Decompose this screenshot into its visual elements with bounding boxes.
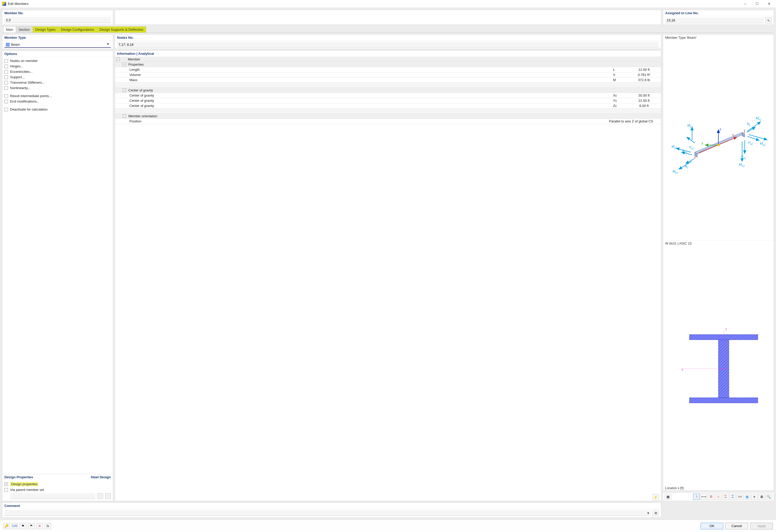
print-button[interactable]: 🖶 <box>758 494 765 500</box>
svg-text:My,j: My,j <box>760 142 765 146</box>
copy-icon: ⧉ <box>654 511 657 515</box>
nodes-no-label: Nodes No. <box>115 35 661 41</box>
app-icon <box>2 2 6 6</box>
help-button[interactable]: 🔑 <box>3 523 10 529</box>
parent-set-new-button[interactable] <box>98 493 103 499</box>
tree-toggle-properties[interactable]: − <box>123 63 126 66</box>
design-properties-label: Design Properties <box>4 475 33 479</box>
tab-design-types[interactable]: Design Types <box>32 26 59 32</box>
beam-preview-panel: Member Type 'Beam' <box>663 34 774 491</box>
units-button[interactable]: 0,00 <box>11 523 18 529</box>
ruler-icon: ⟷ <box>701 495 706 499</box>
checkbox-support[interactable] <box>4 75 8 79</box>
prop-mass-label: Mass <box>130 78 613 82</box>
ucs-button[interactable]: ⚑ <box>20 523 26 529</box>
checkbox-via-parent[interactable] <box>4 488 8 492</box>
comment-copy-button[interactable]: ⧉ <box>652 510 659 516</box>
render-button[interactable]: ☂ <box>28 523 35 529</box>
svg-line-14 <box>687 137 695 143</box>
svg-line-26 <box>747 127 755 132</box>
parent-set-input[interactable] <box>10 493 95 499</box>
design-properties-header: Design Properties Steel Design <box>2 474 113 480</box>
printer-icon: 🖶 <box>760 495 763 499</box>
tab-section[interactable]: Section <box>16 26 32 32</box>
cancel-button[interactable]: Cancel <box>725 523 748 529</box>
label-via-parent: Via parent member set <box>10 488 44 492</box>
render-mode-button[interactable]: ▦ <box>665 494 671 500</box>
chevron-down-icon[interactable]: ▾ <box>647 511 649 515</box>
cog-y-sym: Yc <box>613 99 628 102</box>
maximize-button[interactable]: ☐ <box>751 0 763 8</box>
close-button[interactable]: ✕ <box>763 0 775 8</box>
comment-label: Comment <box>2 503 661 509</box>
tree-cog-label: Center of gravity <box>128 88 613 92</box>
function-button[interactable]: fx <box>44 523 51 529</box>
search-cancel-button[interactable]: 🔍 <box>765 494 772 500</box>
decimal-icon: 0,00 <box>12 525 17 527</box>
values-button[interactable]: 123 <box>737 494 743 500</box>
apply-button[interactable]: Apply <box>750 523 773 529</box>
checkbox-nonlinearity[interactable] <box>4 86 8 90</box>
checkbox-eccentricities[interactable] <box>4 70 8 74</box>
checkbox-nodes-on-member[interactable] <box>4 59 8 63</box>
label-hinges: Hinges... <box>10 64 23 68</box>
section-blue-button[interactable]: 工 <box>729 494 736 500</box>
tree-toggle-cog[interactable]: − <box>123 88 126 92</box>
svg-text:Vz,i: Vz,i <box>689 145 694 150</box>
member-type-swatch <box>6 43 10 46</box>
nodes-no-panel: Nodes No. <box>115 34 661 49</box>
list-button[interactable]: ≡ <box>751 494 758 500</box>
tree-toggle-member[interactable]: − <box>117 58 120 61</box>
checkbox-transverse-stiffeners[interactable] <box>4 81 8 84</box>
member-no-input[interactable] <box>4 17 111 23</box>
list-icon: ≡ <box>753 495 755 499</box>
svg-text:My,i: My,i <box>671 145 677 149</box>
pick-lines-button[interactable]: ↖ <box>765 17 772 23</box>
section-red-button[interactable]: 工 <box>722 494 729 500</box>
numbers-icon: 123 <box>738 495 742 498</box>
checkbox-end-modifications[interactable] <box>4 100 8 103</box>
cog-x-sym: Xc <box>613 93 628 97</box>
dimension-button[interactable]: ⟷ <box>700 494 707 500</box>
svg-text:j: j <box>744 128 745 133</box>
info-table-button[interactable]: ⚡ <box>652 494 659 500</box>
label-transverse-stiffeners: Transverse Stiffeners... <box>10 80 45 84</box>
ok-button[interactable]: OK <box>701 523 723 529</box>
svg-text:Mz,j: Mz,j <box>739 163 745 167</box>
table-bolt-icon: ⚡ <box>653 495 658 499</box>
tree-member-label: Member <box>128 57 613 61</box>
assigned-input[interactable] <box>665 18 764 23</box>
position-label: Position <box>130 119 603 123</box>
svg-text:y: y <box>702 141 704 145</box>
label-nonlinearity: Nonlinearity... <box>10 86 30 90</box>
tab-design-supports-deflection[interactable]: Design Supports & Deflection <box>96 26 146 32</box>
svg-text:Mx,j: Mx,j <box>756 116 762 121</box>
comment-input[interactable] <box>4 510 651 516</box>
frame-button[interactable]: ⧉ <box>708 494 714 500</box>
window-title: Edit Members <box>8 2 28 6</box>
dialog-footer: 🔑 0,00 ⚑ ☂ ✕ fx OK Cancel Apply <box>0 520 776 532</box>
svg-line-20 <box>686 159 695 164</box>
grid-button[interactable]: ▦ <box>744 494 750 500</box>
checkbox-result-intermediate[interactable] <box>4 94 8 98</box>
parent-set-edit-button[interactable] <box>105 493 111 499</box>
nodes-no-input[interactable] <box>117 42 659 47</box>
axes-button[interactable]: ⊹ <box>715 494 722 500</box>
beam-diagram: i j x z y Mz,i <box>663 40 774 240</box>
tab-main[interactable]: Main <box>3 26 16 32</box>
member-type-select[interactable]: Beam <box>4 42 111 48</box>
tab-design-configurations[interactable]: Design Configurations <box>58 26 97 32</box>
right-footer-spacer <box>663 503 774 518</box>
svg-point-11 <box>717 144 720 146</box>
prop-volume-sym: V <box>613 73 628 77</box>
assigned-label: Assigned to Line No. <box>663 10 774 16</box>
delete-person-button[interactable]: ✕ <box>36 523 43 529</box>
checkbox-design-properties[interactable] <box>4 482 8 486</box>
tree-toggle-orientation[interactable]: − <box>123 114 126 118</box>
cog-y-val: 22.50 ft <box>628 99 659 102</box>
checkbox-hinges[interactable] <box>4 64 8 68</box>
cog-y-label: Center of gravity <box>130 99 613 102</box>
checkbox-deactivate[interactable] <box>4 108 8 111</box>
view-l-button[interactable]: └ <box>693 494 700 500</box>
minimize-button[interactable]: ─ <box>739 0 751 8</box>
